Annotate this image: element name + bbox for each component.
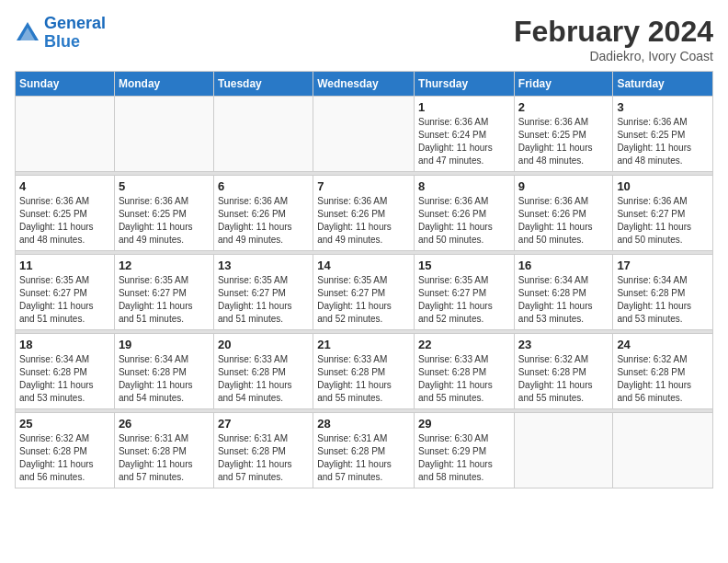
day-number: 4 xyxy=(19,179,110,193)
calendar-cell: 26Sunrise: 6:31 AM Sunset: 6:28 PM Dayli… xyxy=(114,413,213,488)
day-number: 14 xyxy=(317,259,410,272)
day-number: 23 xyxy=(518,338,609,351)
day-info: Sunrise: 6:34 AM Sunset: 6:28 PM Dayligh… xyxy=(119,353,210,405)
calendar-cell: 18Sunrise: 6:34 AM Sunset: 6:28 PM Dayli… xyxy=(16,334,115,409)
calendar-cell xyxy=(613,413,713,488)
calendar-cell: 8Sunrise: 6:36 AM Sunset: 6:26 PM Daylig… xyxy=(415,176,515,251)
day-number: 7 xyxy=(317,179,410,193)
calendar-cell xyxy=(16,97,115,172)
weekday-header-friday: Friday xyxy=(514,72,613,97)
day-number: 10 xyxy=(617,179,709,193)
day-number: 21 xyxy=(317,338,410,351)
logo: General Blue xyxy=(15,15,106,52)
calendar-week-row: 11Sunrise: 6:35 AM Sunset: 6:27 PM Dayli… xyxy=(16,255,713,330)
day-number: 16 xyxy=(518,259,609,272)
calendar-cell xyxy=(514,413,613,488)
calendar-cell: 7Sunrise: 6:36 AM Sunset: 6:26 PM Daylig… xyxy=(313,176,415,251)
day-number: 15 xyxy=(418,259,510,272)
calendar-cell: 3Sunrise: 6:36 AM Sunset: 6:25 PM Daylig… xyxy=(613,97,713,172)
day-number: 17 xyxy=(617,259,709,272)
day-info: Sunrise: 6:36 AM Sunset: 6:27 PM Dayligh… xyxy=(617,195,709,247)
day-number: 19 xyxy=(119,338,210,351)
calendar-cell: 2Sunrise: 6:36 AM Sunset: 6:25 PM Daylig… xyxy=(514,97,613,172)
day-info: Sunrise: 6:31 AM Sunset: 6:28 PM Dayligh… xyxy=(218,432,309,484)
day-number: 2 xyxy=(518,100,609,114)
day-info: Sunrise: 6:36 AM Sunset: 6:26 PM Dayligh… xyxy=(317,195,410,247)
calendar-cell: 14Sunrise: 6:35 AM Sunset: 6:27 PM Dayli… xyxy=(313,255,415,330)
day-info: Sunrise: 6:34 AM Sunset: 6:28 PM Dayligh… xyxy=(518,274,609,326)
day-info: Sunrise: 6:32 AM Sunset: 6:28 PM Dayligh… xyxy=(617,353,709,405)
day-info: Sunrise: 6:33 AM Sunset: 6:28 PM Dayligh… xyxy=(418,353,510,405)
day-number: 24 xyxy=(617,338,709,351)
calendar-cell: 5Sunrise: 6:36 AM Sunset: 6:25 PM Daylig… xyxy=(114,176,213,251)
calendar-cell: 9Sunrise: 6:36 AM Sunset: 6:26 PM Daylig… xyxy=(514,176,613,251)
page-header: General Blue February 2024 Dadiekro, Ivo… xyxy=(15,15,713,63)
day-info: Sunrise: 6:36 AM Sunset: 6:26 PM Dayligh… xyxy=(418,195,510,247)
calendar-cell: 17Sunrise: 6:34 AM Sunset: 6:28 PM Dayli… xyxy=(613,255,713,330)
day-info: Sunrise: 6:34 AM Sunset: 6:28 PM Dayligh… xyxy=(19,353,110,405)
calendar-week-row: 1Sunrise: 6:36 AM Sunset: 6:24 PM Daylig… xyxy=(16,97,713,172)
weekday-header-row: SundayMondayTuesdayWednesdayThursdayFrid… xyxy=(16,72,713,97)
day-info: Sunrise: 6:35 AM Sunset: 6:27 PM Dayligh… xyxy=(119,274,210,326)
calendar-cell xyxy=(313,97,415,172)
weekday-header-thursday: Thursday xyxy=(415,72,515,97)
calendar-cell: 19Sunrise: 6:34 AM Sunset: 6:28 PM Dayli… xyxy=(114,334,213,409)
weekday-header-sunday: Sunday xyxy=(16,72,115,97)
weekday-header-wednesday: Wednesday xyxy=(313,72,415,97)
calendar-cell: 20Sunrise: 6:33 AM Sunset: 6:28 PM Dayli… xyxy=(213,334,313,409)
day-number: 1 xyxy=(418,100,510,114)
calendar-cell: 11Sunrise: 6:35 AM Sunset: 6:27 PM Dayli… xyxy=(16,255,115,330)
day-number: 11 xyxy=(19,259,110,272)
calendar-cell xyxy=(114,97,213,172)
day-number: 9 xyxy=(518,179,609,193)
weekday-header-saturday: Saturday xyxy=(613,72,713,97)
day-info: Sunrise: 6:33 AM Sunset: 6:28 PM Dayligh… xyxy=(218,353,309,405)
calendar-cell: 4Sunrise: 6:36 AM Sunset: 6:25 PM Daylig… xyxy=(16,176,115,251)
calendar-cell: 22Sunrise: 6:33 AM Sunset: 6:28 PM Dayli… xyxy=(415,334,515,409)
day-info: Sunrise: 6:30 AM Sunset: 6:29 PM Dayligh… xyxy=(418,432,510,484)
day-info: Sunrise: 6:35 AM Sunset: 6:27 PM Dayligh… xyxy=(317,274,410,326)
calendar-cell: 25Sunrise: 6:32 AM Sunset: 6:28 PM Dayli… xyxy=(16,413,115,488)
calendar-cell: 6Sunrise: 6:36 AM Sunset: 6:26 PM Daylig… xyxy=(213,176,313,251)
calendar-cell: 12Sunrise: 6:35 AM Sunset: 6:27 PM Dayli… xyxy=(114,255,213,330)
day-info: Sunrise: 6:35 AM Sunset: 6:27 PM Dayligh… xyxy=(418,274,510,326)
weekday-header-monday: Monday xyxy=(114,72,213,97)
day-info: Sunrise: 6:36 AM Sunset: 6:25 PM Dayligh… xyxy=(119,195,210,247)
logo-icon xyxy=(15,20,40,46)
calendar-cell: 13Sunrise: 6:35 AM Sunset: 6:27 PM Dayli… xyxy=(213,255,313,330)
day-number: 20 xyxy=(218,338,309,351)
calendar-cell: 10Sunrise: 6:36 AM Sunset: 6:27 PM Dayli… xyxy=(613,176,713,251)
title-block: February 2024 Dadiekro, Ivory Coast xyxy=(514,15,713,63)
calendar-week-row: 18Sunrise: 6:34 AM Sunset: 6:28 PM Dayli… xyxy=(16,334,713,409)
day-info: Sunrise: 6:36 AM Sunset: 6:25 PM Dayligh… xyxy=(518,116,609,167)
calendar-table: SundayMondayTuesdayWednesdayThursdayFrid… xyxy=(15,71,713,488)
calendar-cell: 21Sunrise: 6:33 AM Sunset: 6:28 PM Dayli… xyxy=(313,334,415,409)
logo-text: General Blue xyxy=(44,15,106,52)
day-number: 8 xyxy=(418,179,510,193)
day-number: 12 xyxy=(119,259,210,272)
calendar-cell: 24Sunrise: 6:32 AM Sunset: 6:28 PM Dayli… xyxy=(613,334,713,409)
day-info: Sunrise: 6:36 AM Sunset: 6:26 PM Dayligh… xyxy=(518,195,609,247)
calendar-cell: 15Sunrise: 6:35 AM Sunset: 6:27 PM Dayli… xyxy=(415,255,515,330)
day-number: 18 xyxy=(19,338,110,351)
calendar-cell: 29Sunrise: 6:30 AM Sunset: 6:29 PM Dayli… xyxy=(415,413,515,488)
calendar-cell: 28Sunrise: 6:31 AM Sunset: 6:28 PM Dayli… xyxy=(313,413,415,488)
day-info: Sunrise: 6:36 AM Sunset: 6:25 PM Dayligh… xyxy=(617,116,709,167)
logo-general: General xyxy=(44,14,106,32)
day-number: 5 xyxy=(119,179,210,193)
location-subtitle: Dadiekro, Ivory Coast xyxy=(514,49,713,63)
logo-blue: Blue xyxy=(44,32,80,51)
day-number: 25 xyxy=(19,417,110,431)
day-info: Sunrise: 6:31 AM Sunset: 6:28 PM Dayligh… xyxy=(119,432,210,484)
calendar-cell: 1Sunrise: 6:36 AM Sunset: 6:24 PM Daylig… xyxy=(415,97,515,172)
day-number: 29 xyxy=(418,417,510,431)
calendar-cell: 23Sunrise: 6:32 AM Sunset: 6:28 PM Dayli… xyxy=(514,334,613,409)
day-info: Sunrise: 6:36 AM Sunset: 6:26 PM Dayligh… xyxy=(218,195,309,247)
day-info: Sunrise: 6:34 AM Sunset: 6:28 PM Dayligh… xyxy=(617,274,709,326)
day-number: 26 xyxy=(119,417,210,431)
calendar-week-row: 25Sunrise: 6:32 AM Sunset: 6:28 PM Dayli… xyxy=(16,413,713,488)
day-number: 3 xyxy=(617,100,709,114)
day-number: 28 xyxy=(317,417,410,431)
day-number: 13 xyxy=(218,259,309,272)
weekday-header-tuesday: Tuesday xyxy=(213,72,313,97)
